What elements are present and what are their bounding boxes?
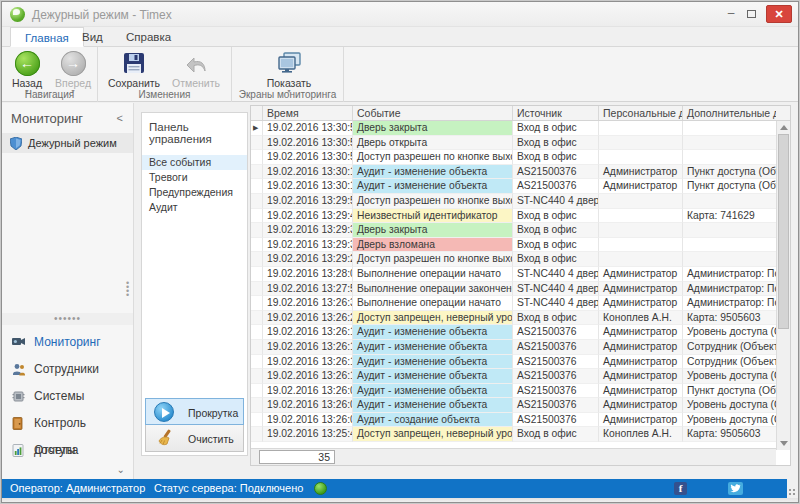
close-button[interactable]: ✕ bbox=[766, 5, 792, 23]
cell-extra: Карта: 9505603 bbox=[683, 427, 776, 442]
undo-button[interactable]: Отменить bbox=[166, 49, 226, 89]
header-personal[interactable]: Персональные данн... bbox=[599, 106, 683, 120]
minimize-button[interactable]: – bbox=[722, 6, 740, 22]
table-row[interactable]: 19.02.2016 13:29:39Дверь закрытаВход в о… bbox=[251, 223, 776, 238]
operator-status: Оператор: Администратор bbox=[10, 479, 145, 498]
clear-button[interactable]: Очистить bbox=[145, 425, 244, 452]
cell-source: AS21500376 bbox=[513, 355, 599, 370]
cell-extra: Карта: 741629 bbox=[683, 209, 776, 224]
sidebar-nav: Мониторинг Сотрудники Системы Контроль д… bbox=[2, 329, 133, 464]
header-source[interactable]: Источник bbox=[513, 106, 599, 120]
facebook-icon[interactable]: f bbox=[674, 482, 687, 495]
table-row[interactable]: 19.02.2016 13:26:25Доступ запрещен, неве… bbox=[251, 311, 776, 326]
cell-personal bbox=[599, 150, 683, 165]
row-marker bbox=[251, 252, 263, 267]
cell-event: Аудит - изменение объекта bbox=[353, 384, 513, 399]
splitter-handle-horizontal[interactable]: •••••• bbox=[2, 313, 133, 325]
filter-all-events[interactable]: Все события bbox=[142, 155, 247, 170]
cell-extra: Уровень доступа (Объ... bbox=[683, 325, 776, 340]
row-marker bbox=[251, 223, 263, 238]
show-button[interactable]: Показать ▾ bbox=[262, 49, 316, 93]
cell-time: 19.02.2016 13:30:54 bbox=[263, 121, 353, 136]
table-row[interactable]: 19.02.2016 13:30:11Аудит - изменение объ… bbox=[251, 179, 776, 194]
row-marker bbox=[251, 355, 263, 370]
ribbon-group-navigation: ← Назад ▾ → Вперед ▾ Навигация bbox=[2, 47, 98, 102]
cell-time: 19.02.2016 13:29:53 bbox=[263, 194, 353, 209]
back-button[interactable]: ← Назад ▾ bbox=[4, 49, 50, 93]
scroll-button[interactable]: Прокрутка bbox=[145, 398, 244, 425]
row-marker bbox=[251, 179, 263, 194]
sidebar-item-access-control[interactable]: Контроль доступа bbox=[2, 410, 133, 437]
table-row[interactable]: 19.02.2016 13:30:11Аудит - изменение объ… bbox=[251, 165, 776, 180]
table-row[interactable]: 19.02.2016 13:26:17Аудит - изменение объ… bbox=[251, 355, 776, 370]
cell-personal: Администратор bbox=[599, 267, 683, 282]
table-row[interactable]: 19.02.2016 13:26:17Аудит - изменение объ… bbox=[251, 369, 776, 384]
cell-extra: Пункт доступа (Объек... bbox=[683, 165, 776, 180]
table-row[interactable]: 19.02.2016 13:29:38Дверь взломанаВход в … bbox=[251, 238, 776, 253]
scroll-down-icon[interactable] bbox=[780, 441, 788, 446]
header-marker bbox=[251, 106, 263, 120]
cell-source: AS21500376 bbox=[513, 398, 599, 413]
maximize-button[interactable] bbox=[742, 6, 760, 22]
table-row[interactable]: 19.02.2016 13:26:07Аудит - создание объе… bbox=[251, 413, 776, 428]
broom-icon bbox=[156, 429, 176, 448]
vertical-scrollbar[interactable] bbox=[776, 121, 790, 450]
cell-personal: Администратор bbox=[599, 165, 683, 180]
table-row[interactable]: 19.02.2016 13:25:47Доступ запрещен, неве… bbox=[251, 427, 776, 442]
table-row[interactable]: 19.02.2016 13:30:53Дверь открытаВход в о… bbox=[251, 136, 776, 151]
table-row[interactable]: 19.02.2016 13:27:51Выполнение операции з… bbox=[251, 282, 776, 297]
cell-event: Аудит - изменение объекта bbox=[353, 179, 513, 194]
filter-alarms[interactable]: Тревоги bbox=[142, 170, 247, 185]
header-time[interactable]: Время bbox=[263, 106, 353, 120]
tab-vid[interactable]: Вид bbox=[68, 27, 117, 47]
chevron-down-icon[interactable]: ⌄ bbox=[117, 464, 125, 475]
table-row[interactable]: 19.02.2016 13:28:09Выполнение операции н… bbox=[251, 267, 776, 282]
row-marker bbox=[251, 238, 263, 253]
table-row[interactable]: ▶19.02.2016 13:30:54Дверь закрытаВход в … bbox=[251, 121, 776, 136]
table-row[interactable]: 19.02.2016 13:26:07Аудит - изменение объ… bbox=[251, 398, 776, 413]
cell-personal: Администратор bbox=[599, 355, 683, 370]
table-row[interactable]: 19.02.2016 13:26:36Выполнение операции н… bbox=[251, 296, 776, 311]
table-row[interactable]: 19.02.2016 13:30:50Доступ разрешен по кн… bbox=[251, 150, 776, 165]
cell-source: AS21500376 bbox=[513, 369, 599, 384]
tab-spravka[interactable]: Справка bbox=[112, 27, 185, 47]
table-row[interactable]: 19.02.2016 13:26:17Аудит - изменение объ… bbox=[251, 340, 776, 355]
table-row[interactable]: 19.02.2016 13:29:28Доступ разрешен по кн… bbox=[251, 252, 776, 267]
splitter-handle[interactable]: •••• bbox=[126, 281, 130, 297]
collapse-icon[interactable]: < bbox=[117, 112, 123, 124]
sidebar-item-employees[interactable]: Сотрудники bbox=[2, 356, 133, 383]
scroll-up-icon[interactable] bbox=[780, 125, 788, 130]
save-button[interactable]: Сохранить bbox=[104, 49, 164, 89]
save-icon bbox=[104, 49, 164, 77]
twitter-icon[interactable] bbox=[728, 482, 743, 495]
events-table: Время Событие Источник Персональные данн… bbox=[250, 105, 791, 466]
cell-source: AS21500376 bbox=[513, 179, 599, 194]
filter-warnings[interactable]: Предупреждения bbox=[142, 185, 247, 200]
table-row[interactable]: 19.02.2016 13:26:07Аудит - изменение объ… bbox=[251, 384, 776, 399]
header-extra[interactable]: Дополнительные данн... bbox=[683, 106, 776, 120]
tree-item-duty-mode[interactable]: Дежурный режим bbox=[2, 133, 133, 153]
forward-button[interactable]: → Вперед ▾ bbox=[50, 49, 96, 93]
cell-extra bbox=[683, 121, 776, 136]
resize-grip-area[interactable] bbox=[787, 479, 798, 498]
table-row[interactable]: 19.02.2016 13:26:17Аудит - изменение объ… bbox=[251, 325, 776, 340]
sidebar-item-systems[interactable]: Системы bbox=[2, 383, 133, 410]
table-row[interactable]: 19.02.2016 13:29:53Доступ разрешен по кн… bbox=[251, 194, 776, 209]
report-icon bbox=[12, 444, 24, 457]
header-event[interactable]: Событие bbox=[353, 106, 513, 120]
table-row[interactable]: 19.02.2016 13:29:47Неизвестный идентифик… bbox=[251, 209, 776, 224]
row-marker bbox=[251, 194, 263, 209]
cell-time: 19.02.2016 13:29:39 bbox=[263, 223, 353, 238]
sidebar-item-monitoring[interactable]: Мониторинг bbox=[2, 329, 133, 356]
cell-time: 19.02.2016 13:26:17 bbox=[263, 369, 353, 384]
cell-time: 19.02.2016 13:26:07 bbox=[263, 384, 353, 399]
scrollbar-thumb[interactable] bbox=[778, 134, 789, 329]
cell-event: Аудит - изменение объекта bbox=[353, 165, 513, 180]
filter-audit[interactable]: Аудит bbox=[142, 200, 247, 215]
cell-event: Дверь открыта bbox=[353, 136, 513, 151]
record-count-box[interactable]: 35 bbox=[259, 450, 335, 464]
row-marker bbox=[251, 398, 263, 413]
cell-extra bbox=[683, 223, 776, 238]
cell-personal: Администратор bbox=[599, 413, 683, 428]
sidebar-item-reports[interactable]: Отчеты bbox=[2, 437, 133, 464]
